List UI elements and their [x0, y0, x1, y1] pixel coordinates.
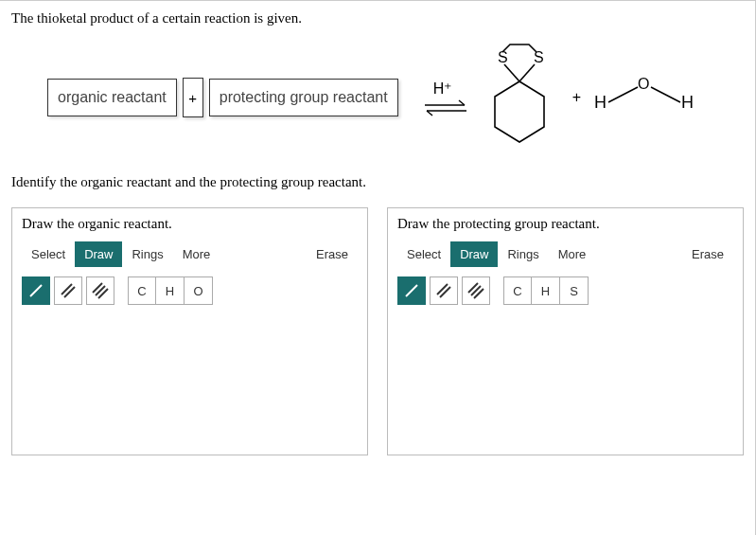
- plus-symbol: +: [572, 89, 581, 106]
- rings-tab[interactable]: Rings: [498, 241, 548, 267]
- organic-reactant-panel: Draw the organic reactant. Select Draw R…: [11, 207, 368, 455]
- svg-text:H: H: [594, 93, 607, 112]
- svg-line-18: [406, 285, 417, 296]
- triple-bond-icon[interactable]: [462, 276, 490, 305]
- protecting-group-box[interactable]: protecting group reactant: [209, 79, 398, 116]
- svg-marker-6: [495, 81, 544, 142]
- element-buttons: C H O: [128, 276, 213, 305]
- svg-text:O: O: [638, 76, 649, 92]
- equilibrium-arrows-icon: [423, 99, 468, 116]
- draw-toolbar: Select Draw Rings More Erase: [397, 241, 733, 267]
- panel-title: Draw the protecting group reactant.: [397, 216, 733, 232]
- rings-tab[interactable]: Rings: [122, 241, 172, 267]
- erase-button[interactable]: Erase: [307, 241, 358, 267]
- more-tab[interactable]: More: [173, 241, 220, 267]
- organic-reactant-box[interactable]: organic reactant: [47, 79, 177, 116]
- question-container: The thioketal product of a certain react…: [0, 0, 756, 535]
- thioketal-product-structure: S S: [478, 42, 561, 153]
- more-tab[interactable]: More: [549, 241, 596, 267]
- triple-bond-icon[interactable]: [86, 276, 114, 305]
- catalyst-label: H⁺: [433, 80, 452, 98]
- select-tab[interactable]: Select: [22, 241, 75, 267]
- element-buttons: C H S: [503, 276, 589, 305]
- double-bond-icon[interactable]: [430, 276, 458, 305]
- svg-line-14: [64, 287, 75, 297]
- svg-text:H: H: [681, 93, 694, 112]
- svg-line-8: [608, 87, 638, 102]
- drawing-panels: Draw the organic reactant. Select Draw R…: [11, 207, 744, 455]
- draw-tab[interactable]: Draw: [75, 241, 122, 267]
- element-s-button[interactable]: S: [560, 276, 589, 305]
- panel-title: Draw the organic reactant.: [22, 216, 358, 232]
- water-byproduct-structure: H O H: [592, 74, 696, 121]
- double-bond-icon[interactable]: [54, 276, 82, 305]
- svg-line-10: [651, 87, 680, 102]
- element-h-button[interactable]: H: [532, 276, 560, 305]
- element-h-button[interactable]: H: [156, 276, 185, 305]
- svg-line-5: [519, 64, 535, 81]
- svg-line-4: [504, 64, 519, 81]
- draw-tab[interactable]: Draw: [450, 241, 498, 267]
- element-o-button[interactable]: O: [185, 276, 213, 305]
- select-tab[interactable]: Select: [397, 241, 450, 267]
- element-c-button[interactable]: C: [128, 276, 156, 305]
- prompt-text: The thioketal product of a certain react…: [11, 10, 744, 27]
- draw-toolbar: Select Draw Rings More Erase: [22, 241, 358, 267]
- sub-prompt-text: Identify the organic reactant and the pr…: [11, 174, 744, 190]
- bond-element-row: C H O: [22, 276, 358, 305]
- svg-line-12: [30, 285, 42, 296]
- protecting-group-panel: Draw the protecting group reactant. Sele…: [387, 207, 744, 455]
- single-bond-icon[interactable]: [397, 276, 426, 305]
- svg-line-19: [437, 284, 448, 294]
- svg-line-20: [440, 287, 450, 297]
- erase-button[interactable]: Erase: [682, 241, 733, 267]
- svg-line-13: [62, 284, 72, 294]
- element-c-button[interactable]: C: [503, 276, 532, 305]
- bond-element-row: C H S: [397, 276, 733, 305]
- plus-box: +: [183, 78, 203, 117]
- equilibrium-block: H⁺: [413, 80, 472, 116]
- reaction-scheme: organic reactant + protecting group reac…: [47, 42, 744, 153]
- single-bond-icon[interactable]: [22, 276, 50, 305]
